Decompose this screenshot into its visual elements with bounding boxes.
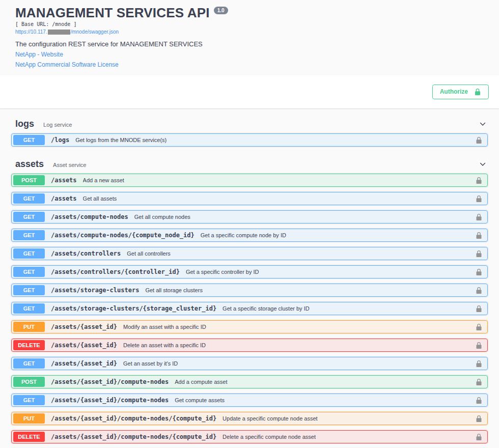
api-title-row: MANAGEMENT SERVICES API 1.0 [15,5,484,20]
spec-url-prefix: https://10.117. [15,29,47,35]
operations-container: logs Log service GET /logs Get logs from… [0,109,499,448]
operation-row[interactable]: GET /assets/compute-nodes/{compute_node_… [11,229,488,242]
version-badge: 1.0 [214,7,228,14]
operation-row[interactable]: GET /assets/storage-clusters/{storage_cl… [11,302,488,315]
operation-summary: Get all storage clusters [145,287,203,293]
operation-row[interactable]: GET /assets/controllers/{controller_id} … [11,265,488,278]
lock-icon[interactable] [470,213,482,221]
operation-summary: Get logs from the MNODE service(s) [75,137,167,143]
operation-path: /assets/{asset_id}/compute-nodes/{comput… [51,433,216,440]
license-link[interactable]: NetApp Commercial Software License [15,62,119,68]
operation-row[interactable]: DELETE /assets/{asset_id}/compute-nodes/… [11,430,488,443]
lock-icon[interactable] [470,378,482,386]
operation-summary: Get all controllers [127,250,171,257]
section-title: logs [15,119,34,129]
method-badge: GET [13,358,45,369]
operation-path: /assets [51,177,77,184]
method-badge: GET [13,230,45,240]
operation-row[interactable]: GET /logs Get logs from the MNODE servic… [11,133,488,147]
operation-row[interactable]: POST /assets/{asset_id}/compute-nodes Ad… [11,375,488,388]
base-url: [ Base URL: /mnode ] [15,21,484,27]
lock-icon[interactable] [470,232,482,239]
lock-icon[interactable] [470,268,482,276]
operation-path: /assets/compute-nodes [51,213,128,220]
section-title: assets [15,159,44,170]
lock-icon[interactable] [470,177,482,184]
section-header-logs[interactable]: logs Log service [10,115,489,133]
section-header-assets[interactable]: assets Asset service [10,152,489,174]
website-link[interactable]: NetApp - Website [15,51,63,58]
lock-icon[interactable] [470,360,482,368]
operation-row[interactable]: POST /assets Add a new asset [11,174,488,187]
operation-summary: Add a new asset [83,177,124,183]
api-title: MANAGEMENT SERVICES API [15,5,210,20]
operation-path: /assets/{asset_id} [51,323,117,330]
method-badge: GET [13,193,45,204]
method-badge: PUT [13,322,45,332]
operation-path: /assets [51,195,77,202]
operation-summary: Get an asset by it's ID [123,360,178,367]
lock-icon[interactable] [470,397,482,404]
lock-icon[interactable] [470,323,482,331]
operation-summary: Get a specific controller by ID [186,269,259,275]
operation-path: /assets/{asset_id}/compute-nodes [51,378,169,385]
authorize-label: Authorize [440,89,468,95]
lock-icon[interactable] [470,195,482,203]
chevron-down-icon[interactable] [479,120,487,128]
lock-icon[interactable] [470,287,482,294]
operation-summary: Get a specific storage cluster by ID [223,305,310,312]
operation-row[interactable]: DELETE /assets/{asset_id} Delete an asse… [11,339,488,352]
operation-path: /assets/storage-clusters/{storage_cluste… [51,305,216,312]
operation-row[interactable]: GET /assets/{asset_id}/compute-nodes Get… [11,394,488,407]
api-description: The configuration REST service for MANAG… [15,40,484,48]
method-badge: PUT [13,413,45,424]
authorize-button[interactable]: Authorize [432,85,489,99]
lock-icon[interactable] [470,136,482,144]
method-badge: GET [13,135,45,145]
operation-summary: Get all compute nodes [134,214,190,220]
operation-path: /assets/controllers/{controller_id} [51,268,180,275]
lock-icon[interactable] [470,250,482,258]
operation-row[interactable]: GET /assets/storage-clusters Get all sto… [11,284,488,297]
operation-row[interactable]: PUT /assets/{asset_id}/compute-nodes/{co… [11,412,488,425]
operation-summary: Modify an asset with a specific ID [123,324,206,330]
operation-path: /assets/controllers [51,250,121,257]
lock-icon[interactable] [470,415,482,423]
operation-summary: Get compute assets [175,397,225,403]
operation-row[interactable]: PUT /assets/{asset_id} Modify an asset w… [11,320,488,333]
operation-path: /logs [51,136,69,144]
operation-path: /assets/{asset_id}/compute-nodes [51,397,169,404]
scheme-container: Authorize [0,75,499,108]
spec-url-suffix: /mnode/swagger.json [71,29,119,35]
operation-path: /assets/{asset_id} [51,360,117,367]
swagger-ui-page: MANAGEMENT SERVICES API 1.0 [ Base URL: … [0,0,499,448]
operation-path: /assets/compute-nodes/{compute_node_id} [51,232,195,239]
api-info-section: MANAGEMENT SERVICES API 1.0 [ Base URL: … [0,0,499,75]
lock-icon[interactable] [470,433,482,441]
section-description: Asset service [53,162,86,168]
spec-url-link[interactable]: https://10.117. /mnode/swagger.json [15,29,119,35]
method-badge: GET [13,267,45,277]
operation-summary: Delete an asset with a specific ID [123,342,206,348]
method-badge: GET [13,212,45,222]
operation-summary: Update a specific compute node asset [223,415,318,422]
lock-icon[interactable] [470,342,482,349]
operation-path: /assets/{asset_id} [51,342,117,349]
lock-icon[interactable] [470,305,482,313]
operation-path: /assets/storage-clusters [51,287,139,294]
method-badge: GET [13,285,45,295]
lock-closed-icon [474,88,481,96]
operation-summary: Delete a specific compute node asset [223,434,316,440]
chevron-down-icon[interactable] [479,160,487,169]
method-badge: POST [13,377,45,387]
operation-path: /assets/{asset_id}/compute-nodes/{comput… [51,415,216,422]
operation-row[interactable]: GET /assets Get all assets [11,192,488,205]
operation-row[interactable]: GET /assets/compute-nodes Get all comput… [11,210,488,223]
method-badge: POST [13,175,45,185]
operation-summary: Get a specific compute node by ID [201,232,286,238]
redacted-ip-segment [48,30,70,35]
method-badge: DELETE [13,432,45,442]
operation-row[interactable]: GET /assets/{asset_id} Get an asset by i… [11,357,488,370]
section-description: Log service [43,122,72,128]
operation-row[interactable]: GET /assets/controllers Get all controll… [11,247,488,260]
